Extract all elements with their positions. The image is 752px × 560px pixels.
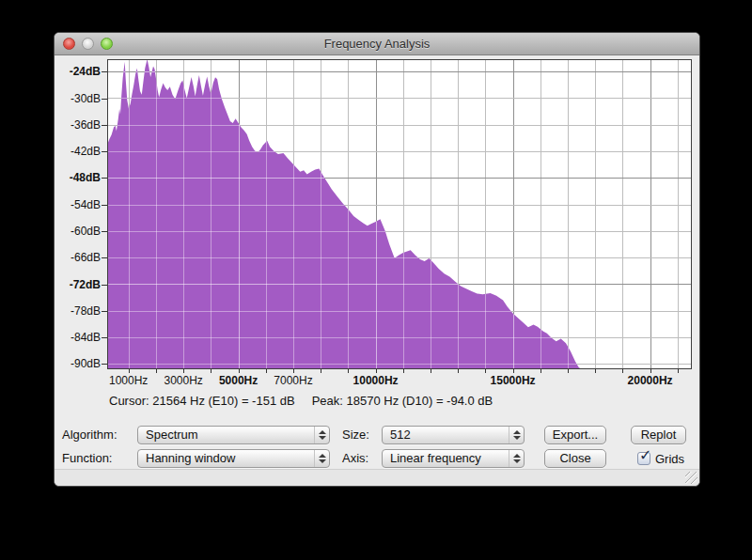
y-axis-label: -48dB <box>55 170 101 185</box>
y-axis-label: -54dB <box>55 197 101 212</box>
x-axis-tick <box>568 369 569 373</box>
close-button[interactable]: Close <box>544 449 606 468</box>
x-axis-tick <box>540 369 541 373</box>
y-axis-label: -90dB <box>55 356 101 371</box>
function-label: Function: <box>62 449 112 468</box>
desktop-background: Frequency Analysis -24dB-30dB-36dB-42dB-… <box>0 0 752 560</box>
y-axis-tick <box>102 337 107 338</box>
grids-checkbox[interactable]: ✓ <box>637 452 650 465</box>
x-axis-tick <box>513 369 514 373</box>
x-axis-tick <box>239 369 240 373</box>
x-axis-label: 15000Hz <box>474 374 553 387</box>
axis-select[interactable]: Linear frequency <box>382 449 525 468</box>
frequency-analysis-window: Frequency Analysis -24dB-30dB-36dB-42dB-… <box>54 32 700 487</box>
window-title: Frequency Analysis <box>55 37 699 51</box>
export-button[interactable]: Export... <box>544 426 606 444</box>
x-axis-tick <box>458 369 459 373</box>
y-axis-label: -72dB <box>55 277 101 292</box>
y-axis-label: -60dB <box>55 224 101 239</box>
checkmark-icon: ✓ <box>639 446 651 464</box>
size-value: 512 <box>390 427 509 443</box>
y-axis-label: -36dB <box>55 117 101 132</box>
popup-arrows-icon <box>314 427 329 443</box>
x-axis-tick <box>211 369 212 373</box>
popup-arrows-icon <box>509 450 524 467</box>
y-axis-label: -24dB <box>55 64 101 79</box>
x-axis-label: 20000Hz <box>611 374 690 387</box>
x-axis-tick <box>431 369 431 373</box>
x-axis-tick <box>485 369 486 373</box>
y-axis-tick <box>102 364 107 365</box>
algorithm-label: Algorithm: <box>62 426 118 444</box>
algorithm-select[interactable]: Spectrum <box>137 426 330 444</box>
spectrum-plot[interactable] <box>107 59 692 369</box>
y-axis-tick <box>102 151 107 152</box>
x-axis-tick <box>376 369 377 373</box>
y-axis-tick <box>102 71 107 72</box>
y-axis-label: -78dB <box>55 303 101 319</box>
algorithm-value: Spectrum <box>146 427 314 443</box>
status-line: Cursor: 21564 Hz (E10) = -151 dBPeak: 18… <box>109 394 509 408</box>
function-value: Hanning window <box>146 450 314 467</box>
y-axis-tick <box>102 178 107 179</box>
y-axis-label: -30dB <box>55 91 101 106</box>
popup-arrows-icon <box>314 450 329 467</box>
window-bottom-bar <box>55 469 699 486</box>
x-axis-tick <box>403 369 404 373</box>
x-axis-tick <box>156 369 157 373</box>
x-axis-label: 7000Hz <box>254 374 333 387</box>
x-axis-tick <box>595 369 596 373</box>
y-axis-label: -42dB <box>55 144 101 159</box>
x-axis-label: 10000Hz <box>337 374 415 387</box>
y-axis-tick <box>102 205 107 206</box>
popup-arrows-icon <box>509 427 524 443</box>
y-axis-label: -84dB <box>55 330 101 345</box>
x-axis-tick <box>293 369 294 373</box>
y-axis-tick <box>102 285 107 286</box>
cursor-readout: Cursor: 21564 Hz (E10) = -151 dB <box>109 394 295 408</box>
grids-checkbox-group[interactable]: ✓ Grids <box>637 449 684 468</box>
grids-label: Grids <box>655 452 684 466</box>
replot-button[interactable]: Replot <box>631 426 686 444</box>
size-select[interactable]: 512 <box>382 426 525 444</box>
function-select[interactable]: Hanning window <box>137 449 330 468</box>
peak-readout: Peak: 18570 Hz (D10) = -94.0 dB <box>312 394 494 408</box>
x-axis-tick <box>266 369 267 373</box>
x-axis-tick <box>183 369 184 373</box>
resize-grip-icon[interactable] <box>685 472 697 484</box>
window-titlebar[interactable]: Frequency Analysis <box>55 33 699 55</box>
size-label: Size: <box>342 426 369 444</box>
y-axis-label: -66dB <box>55 250 101 265</box>
x-axis-tick <box>129 369 130 373</box>
axis-label: Axis: <box>342 449 368 468</box>
axis-value: Linear frequency <box>390 450 509 467</box>
x-axis-tick <box>650 369 651 373</box>
x-axis-tick <box>348 369 349 373</box>
y-axis-tick <box>102 125 107 126</box>
y-axis-tick <box>102 99 107 100</box>
y-axis-tick <box>102 231 107 232</box>
x-axis-tick <box>622 369 623 373</box>
x-axis-tick <box>678 369 679 373</box>
y-axis-tick <box>102 311 107 312</box>
y-axis-tick <box>102 257 107 258</box>
x-axis-tick <box>321 369 321 373</box>
